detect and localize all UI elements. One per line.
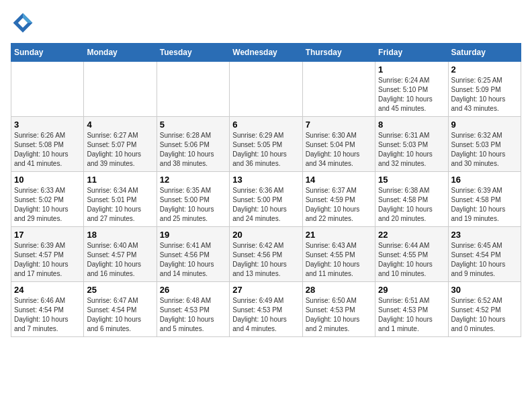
- weekday-header-friday: Friday: [375, 44, 448, 62]
- calendar-cell: 1Sunrise: 6:24 AM Sunset: 5:10 PM Daylig…: [375, 62, 448, 117]
- calendar-cell: 11Sunrise: 6:34 AM Sunset: 5:01 PM Dayli…: [84, 172, 157, 227]
- calendar-cell: 18Sunrise: 6:40 AM Sunset: 4:57 PM Dayli…: [84, 227, 157, 282]
- day-number: 3: [14, 120, 81, 130]
- calendar-cell: [84, 62, 157, 117]
- day-info: Sunrise: 6:24 AM Sunset: 5:10 PM Dayligh…: [378, 76, 445, 113]
- day-number: 25: [87, 285, 153, 295]
- day-info: Sunrise: 6:30 AM Sunset: 5:04 PM Dayligh…: [306, 131, 372, 169]
- calendar-cell: 6Sunrise: 6:29 AM Sunset: 5:05 PM Daylig…: [230, 117, 302, 172]
- day-number: 19: [160, 230, 226, 240]
- calendar-cell: [11, 62, 84, 117]
- weekday-header-monday: Monday: [84, 44, 157, 62]
- weekday-header-sunday: Sunday: [11, 44, 84, 62]
- day-number: 2: [451, 64, 518, 75]
- day-info: Sunrise: 6:35 AM Sunset: 5:00 PM Dayligh…: [160, 186, 226, 224]
- day-info: Sunrise: 6:43 AM Sunset: 4:55 PM Dayligh…: [306, 241, 372, 279]
- day-info: Sunrise: 6:36 AM Sunset: 5:00 PM Dayligh…: [232, 186, 299, 224]
- day-info: Sunrise: 6:49 AM Sunset: 4:53 PM Dayligh…: [232, 296, 299, 334]
- day-number: 6: [232, 120, 299, 130]
- day-number: 21: [306, 230, 372, 240]
- day-number: 10: [14, 175, 81, 185]
- day-number: 14: [306, 175, 372, 185]
- day-info: Sunrise: 6:44 AM Sunset: 4:55 PM Dayligh…: [378, 241, 445, 279]
- calendar-cell: 10Sunrise: 6:33 AM Sunset: 5:02 PM Dayli…: [11, 172, 84, 227]
- day-number: 11: [87, 175, 153, 185]
- day-number: 13: [232, 175, 299, 185]
- day-info: Sunrise: 6:34 AM Sunset: 5:01 PM Dayligh…: [87, 186, 153, 224]
- day-number: 15: [378, 175, 445, 185]
- day-info: Sunrise: 6:32 AM Sunset: 5:03 PM Dayligh…: [451, 131, 518, 169]
- calendar-cell: 14Sunrise: 6:37 AM Sunset: 4:59 PM Dayli…: [302, 172, 375, 227]
- calendar-cell: 29Sunrise: 6:51 AM Sunset: 4:53 PM Dayli…: [375, 282, 448, 337]
- day-info: Sunrise: 6:39 AM Sunset: 4:57 PM Dayligh…: [14, 241, 81, 279]
- day-number: 23: [451, 230, 518, 240]
- calendar-cell: 3Sunrise: 6:26 AM Sunset: 5:08 PM Daylig…: [11, 117, 84, 172]
- calendar-cell: 9Sunrise: 6:32 AM Sunset: 5:03 PM Daylig…: [448, 117, 521, 172]
- calendar-cell: 12Sunrise: 6:35 AM Sunset: 5:00 PM Dayli…: [157, 172, 229, 227]
- calendar-cell: 24Sunrise: 6:46 AM Sunset: 4:54 PM Dayli…: [11, 282, 84, 337]
- day-info: Sunrise: 6:50 AM Sunset: 4:53 PM Dayligh…: [306, 296, 372, 334]
- calendar-cell: 22Sunrise: 6:44 AM Sunset: 4:55 PM Dayli…: [375, 227, 448, 282]
- day-info: Sunrise: 6:47 AM Sunset: 4:54 PM Dayligh…: [87, 296, 153, 334]
- day-number: 16: [451, 175, 518, 185]
- day-info: Sunrise: 6:39 AM Sunset: 4:58 PM Dayligh…: [451, 186, 518, 224]
- calendar-cell: 20Sunrise: 6:42 AM Sunset: 4:56 PM Dayli…: [230, 227, 302, 282]
- weekday-header-wednesday: Wednesday: [230, 44, 302, 62]
- day-info: Sunrise: 6:41 AM Sunset: 4:56 PM Dayligh…: [160, 241, 226, 279]
- calendar-cell: 27Sunrise: 6:49 AM Sunset: 4:53 PM Dayli…: [230, 282, 302, 337]
- calendar-cell: 16Sunrise: 6:39 AM Sunset: 4:58 PM Dayli…: [448, 172, 521, 227]
- day-info: Sunrise: 6:31 AM Sunset: 5:03 PM Dayligh…: [378, 131, 445, 169]
- header: [11, 11, 521, 35]
- day-number: 29: [378, 285, 445, 295]
- calendar-cell: 7Sunrise: 6:30 AM Sunset: 5:04 PM Daylig…: [302, 117, 375, 172]
- day-number: 20: [232, 230, 299, 240]
- day-number: 12: [160, 175, 226, 185]
- day-number: 18: [87, 230, 153, 240]
- calendar-cell: 26Sunrise: 6:48 AM Sunset: 4:53 PM Dayli…: [157, 282, 229, 337]
- calendar-cell: 8Sunrise: 6:31 AM Sunset: 5:03 PM Daylig…: [375, 117, 448, 172]
- day-number: 1: [378, 64, 445, 75]
- day-info: Sunrise: 6:37 AM Sunset: 4:59 PM Dayligh…: [306, 186, 372, 224]
- logo-icon: [11, 11, 35, 35]
- calendar-cell: 5Sunrise: 6:28 AM Sunset: 5:06 PM Daylig…: [157, 117, 229, 172]
- day-info: Sunrise: 6:27 AM Sunset: 5:07 PM Dayligh…: [87, 131, 153, 169]
- calendar-cell: [230, 62, 302, 117]
- calendar-cell: 23Sunrise: 6:45 AM Sunset: 4:54 PM Dayli…: [448, 227, 521, 282]
- calendar-cell: 13Sunrise: 6:36 AM Sunset: 5:00 PM Dayli…: [230, 172, 302, 227]
- day-number: 27: [232, 285, 299, 295]
- weekday-header-tuesday: Tuesday: [157, 44, 229, 62]
- day-info: Sunrise: 6:45 AM Sunset: 4:54 PM Dayligh…: [451, 241, 518, 279]
- day-info: Sunrise: 6:29 AM Sunset: 5:05 PM Dayligh…: [232, 131, 299, 169]
- day-number: 24: [14, 285, 81, 295]
- calendar-cell: 2Sunrise: 6:25 AM Sunset: 5:09 PM Daylig…: [448, 62, 521, 117]
- day-info: Sunrise: 6:38 AM Sunset: 4:58 PM Dayligh…: [378, 186, 445, 224]
- calendar-cell: 15Sunrise: 6:38 AM Sunset: 4:58 PM Dayli…: [375, 172, 448, 227]
- day-number: 26: [160, 285, 226, 295]
- day-number: 17: [14, 230, 81, 240]
- calendar-cell: 21Sunrise: 6:43 AM Sunset: 4:55 PM Dayli…: [302, 227, 375, 282]
- day-info: Sunrise: 6:40 AM Sunset: 4:57 PM Dayligh…: [87, 241, 153, 279]
- day-number: 30: [451, 285, 518, 295]
- calendar-cell: [302, 62, 375, 117]
- day-info: Sunrise: 6:33 AM Sunset: 5:02 PM Dayligh…: [14, 186, 81, 224]
- day-number: 4: [87, 120, 153, 130]
- day-number: 8: [378, 120, 445, 130]
- day-info: Sunrise: 6:48 AM Sunset: 4:53 PM Dayligh…: [160, 296, 226, 334]
- day-info: Sunrise: 6:26 AM Sunset: 5:08 PM Dayligh…: [14, 131, 81, 169]
- calendar-cell: 30Sunrise: 6:52 AM Sunset: 4:52 PM Dayli…: [448, 282, 521, 337]
- day-number: 7: [306, 120, 372, 130]
- day-info: Sunrise: 6:51 AM Sunset: 4:53 PM Dayligh…: [378, 296, 445, 334]
- day-number: 28: [306, 285, 372, 295]
- day-number: 22: [378, 230, 445, 240]
- day-info: Sunrise: 6:42 AM Sunset: 4:56 PM Dayligh…: [232, 241, 299, 279]
- day-info: Sunrise: 6:25 AM Sunset: 5:09 PM Dayligh…: [451, 76, 518, 113]
- weekday-header-saturday: Saturday: [448, 44, 521, 62]
- logo: [11, 11, 39, 35]
- day-number: 9: [451, 120, 518, 130]
- calendar-cell: 28Sunrise: 6:50 AM Sunset: 4:53 PM Dayli…: [302, 282, 375, 337]
- calendar-cell: 19Sunrise: 6:41 AM Sunset: 4:56 PM Dayli…: [157, 227, 229, 282]
- calendar-cell: 25Sunrise: 6:47 AM Sunset: 4:54 PM Dayli…: [84, 282, 157, 337]
- calendar-cell: 17Sunrise: 6:39 AM Sunset: 4:57 PM Dayli…: [11, 227, 84, 282]
- calendar-cell: 4Sunrise: 6:27 AM Sunset: 5:07 PM Daylig…: [84, 117, 157, 172]
- calendar-table: SundayMondayTuesdayWednesdayThursdayFrid…: [11, 43, 521, 337]
